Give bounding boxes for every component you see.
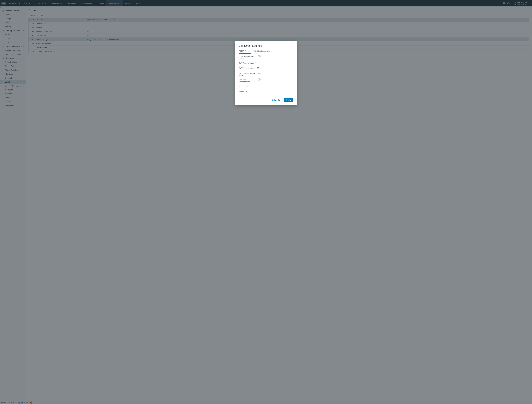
- smtp-server-port-input[interactable]: [257, 67, 293, 70]
- requires-auth-toggle[interactable]: [257, 78, 261, 81]
- password-input[interactable]: [257, 90, 293, 93]
- smtp-server-port-label: SMTP server port: [239, 67, 257, 69]
- username-label: User name: [239, 85, 257, 87]
- username-input[interactable]: [257, 85, 293, 88]
- close-icon[interactable]: [291, 45, 293, 47]
- requires-auth-label: Requires authentication: [239, 78, 257, 83]
- smtp-secure-mode-select[interactable]: None: [257, 72, 293, 75]
- smtp-server-name-input[interactable]: [257, 62, 293, 65]
- password-label: Password: [239, 90, 257, 92]
- modal-tabs: SMTP ServerNotification Settings: [239, 49, 293, 54]
- modal-title: Edit Email Settings: [239, 44, 291, 47]
- modal-tab[interactable]: SMTP Server: [239, 49, 251, 54]
- use-custom-smtp-label: Use Custom SMTP server: [239, 55, 257, 60]
- save-button[interactable]: SAVE: [284, 98, 293, 102]
- smtp-secure-mode-label: SMTP server secure mode: [239, 72, 257, 76]
- smtp-server-name-label: SMTP server name*: [239, 62, 257, 64]
- discard-button[interactable]: DISCARD: [270, 98, 282, 102]
- modal-tab[interactable]: Notification Settings: [254, 49, 272, 54]
- edit-email-settings-modal: Edit Email Settings SMTP ServerNotificat…: [235, 41, 297, 105]
- modal-overlay: Edit Email Settings SMTP ServerNotificat…: [0, 0, 532, 404]
- use-custom-smtp-toggle[interactable]: [257, 55, 261, 57]
